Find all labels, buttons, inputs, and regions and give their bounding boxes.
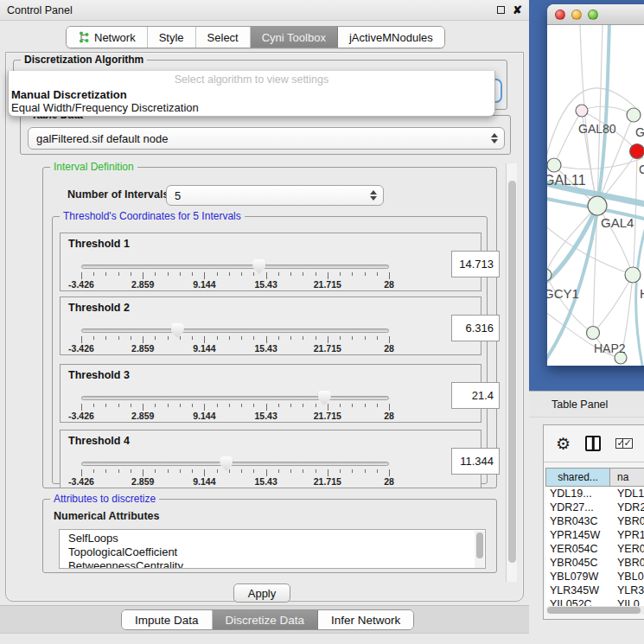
node-label-GAL4: GAL4: [601, 215, 634, 230]
columns-icon[interactable]: [585, 436, 601, 451]
threshold-2-slider[interactable]: [81, 328, 389, 333]
number-of-intervals-label: Number of Intervals: [67, 188, 169, 201]
tab-cyni-toolbox[interactable]: Cyni Toolbox: [251, 27, 338, 48]
table-cell: YER0: [610, 543, 644, 555]
table-cell: YBL0: [610, 571, 644, 583]
apply-button[interactable]: Apply: [233, 583, 290, 603]
close-traffic-icon[interactable]: [555, 10, 565, 20]
threshold-3-box: Threshold 3-3.4262.8599.14415.4321.71528…: [60, 364, 481, 423]
network-desktop: GAL80GACGAL11GAL4GCY1HHAP2: [529, 0, 644, 392]
scale-label: -3.426: [68, 411, 94, 421]
column-header-2[interactable]: na: [610, 468, 644, 487]
scale-label: 21.715: [314, 411, 341, 421]
numerical-attributes-list[interactable]: SelfLoopsTopologicalCoefficientBetweenne…: [59, 529, 486, 569]
number-of-intervals-combobox[interactable]: 5: [166, 185, 384, 206]
table-row[interactable]: YDR27...YDR2: [545, 501, 644, 514]
tab-style[interactable]: Style: [148, 27, 196, 48]
network-icon: [78, 31, 90, 43]
table-row[interactable]: YBL079WYBL0: [545, 570, 644, 583]
table-row[interactable]: YBR043CYBR0: [545, 514, 644, 528]
number-of-intervals-value: 5: [175, 189, 181, 202]
table-cell: YDR27...: [545, 501, 610, 513]
bottom-tab-impute-data[interactable]: Impute Data: [122, 610, 213, 629]
dropdown-option-manual-discretization[interactable]: Manual Discretization: [11, 88, 127, 101]
tab-jactivemnodules[interactable]: jActiveMNodules: [338, 27, 444, 48]
threshold-1-box: Threshold 1-3.4262.8599.14415.4321.71528…: [60, 233, 481, 291]
group-title: Discretization Algorithm: [21, 54, 147, 66]
dropdown-option-equal-width-frequency[interactable]: Equal Width/Frequency Discretization: [11, 101, 199, 114]
slider-scale-labels: -3.4262.8599.14415.4321.71528: [81, 476, 389, 487]
threshold-2-value-field[interactable]: 6.316: [451, 315, 500, 341]
panel-scrollbar[interactable]: [506, 163, 517, 582]
threshold-3-slider[interactable]: [81, 396, 389, 400]
attribute-item[interactable]: TopologicalCoefficient: [68, 545, 485, 559]
attribute-item[interactable]: SelfLoops: [68, 532, 485, 545]
scale-label: 15.43: [254, 411, 277, 421]
node-label-GAL11: GAL11: [547, 173, 586, 188]
scale-label: 9.144: [193, 411, 215, 421]
close-icon[interactable]: ✘: [513, 6, 522, 14]
bottom-tab-infer-network[interactable]: Infer Network: [318, 610, 413, 629]
scale-label: 28: [384, 279, 394, 290]
tab-network[interactable]: Network: [67, 27, 148, 48]
threshold-4-slider[interactable]: [81, 462, 389, 466]
column-header-1[interactable]: shared...: [545, 468, 610, 487]
network-node-GAL11[interactable]: [547, 158, 561, 172]
slider-scale-labels: -3.4262.8599.14415.4321.71528: [81, 343, 389, 354]
group-title: Threshold's Coordinates for 5 Intervals: [60, 210, 245, 222]
network-node-GAL80[interactable]: [576, 105, 588, 117]
threshold-label: Threshold 4: [68, 435, 130, 447]
threshold-1-slider[interactable]: [81, 265, 389, 269]
network-node-C[interactable]: [630, 144, 644, 159]
tab-select[interactable]: Select: [196, 27, 251, 48]
table-cell: YDL1: [610, 488, 644, 500]
threshold-3-value-field[interactable]: 21.4: [451, 382, 500, 409]
table-cell: YBL079W: [545, 571, 610, 583]
network-node-GA[interactable]: [627, 108, 641, 122]
bottom-tab-strip: Impute DataDiscretize DataInfer Network: [0, 605, 529, 634]
table-row[interactable]: YDL19...YDL1: [545, 487, 644, 501]
node-label-GAL80: GAL80: [578, 122, 616, 136]
attribute-item[interactable]: BetweennessCentrality: [68, 559, 485, 569]
scale-label: 28: [384, 476, 394, 487]
control-panel: Control Panel ✘ NetworkStyleSelectCyni T…: [0, 0, 529, 644]
network-node-GAL4[interactable]: [588, 196, 607, 215]
table-header-row: shared...na: [545, 468, 644, 487]
numerical-attributes-heading: Numerical Attributes: [54, 510, 159, 522]
threshold-4-box: Threshold 4-3.4262.8599.14415.4321.71528…: [60, 430, 481, 488]
network-graph: GAL80GACGAL11GAL4GCY1HHAP2: [547, 25, 644, 366]
table-row[interactable]: YPR145WYPR1: [545, 528, 644, 542]
table-cell: YER054C: [545, 543, 610, 555]
minimize-traffic-icon[interactable]: [571, 10, 582, 20]
network-view-window[interactable]: GAL80GACGAL11GAL4GCY1HHAP2: [547, 4, 644, 366]
table-horizontal-scrollbar[interactable]: [546, 606, 644, 614]
table-cell: YBR045C: [545, 557, 610, 569]
float-window-icon[interactable]: [497, 6, 505, 14]
table-cell: YPR1: [610, 529, 644, 541]
combo-arrows-icon: [370, 190, 377, 201]
table-data-group: Table Data galFiltered.sif default node: [20, 115, 511, 155]
table-data-value: galFiltered.sif default node: [36, 132, 168, 145]
tab-label: Style: [159, 31, 184, 44]
gear-icon[interactable]: ⚙: [556, 436, 571, 452]
control-panel-titlebar: Control Panel ✘: [0, 0, 529, 21]
zoom-traffic-icon[interactable]: [588, 10, 598, 20]
table-row[interactable]: YBR045CYBR0: [545, 556, 644, 570]
network-node-H[interactable]: [625, 267, 641, 283]
scale-label: 28: [384, 411, 394, 421]
bottom-tab-discretize-data[interactable]: Discretize Data: [213, 610, 319, 629]
node-label-H: H: [640, 286, 644, 301]
table-row[interactable]: YER054CYER0: [545, 542, 644, 556]
network-canvas[interactable]: GAL80GACGAL11GAL4GCY1HHAP2: [547, 25, 644, 366]
threshold-1-value-field[interactable]: 14.713: [451, 251, 500, 277]
algorithm-dropdown-popup: Select algorithm to view settings Manual…: [8, 71, 495, 117]
node-label-C: C: [639, 163, 644, 176]
attributes-group: Attributes to discretize Numerical Attri…: [42, 499, 497, 573]
table-data-combobox[interactable]: galFiltered.sif default node: [28, 127, 505, 150]
threshold-4-value-field[interactable]: 11.344: [451, 448, 500, 475]
node-table[interactable]: shared...na YDL19...YDL1YDR27...YDR2YBR0…: [545, 468, 644, 608]
network-node-HAP2[interactable]: [587, 327, 600, 340]
table-row[interactable]: YLR345WYLR3: [545, 583, 644, 597]
checkbox-icon[interactable]: [622, 438, 633, 449]
attributes-scrollbar[interactable]: [475, 531, 484, 569]
